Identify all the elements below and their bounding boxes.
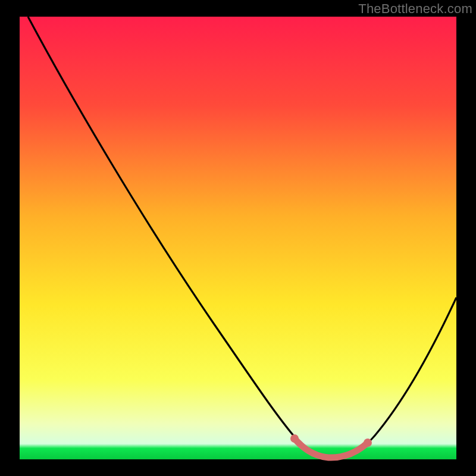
highlight-dot-right [364,439,372,447]
highlight-dot-left [290,434,299,443]
plot-area [20,17,456,459]
chart-stage: TheBottleneck.com [0,0,476,476]
watermark-text: TheBottleneck.com [358,1,472,17]
bottleneck-chart [0,0,476,476]
